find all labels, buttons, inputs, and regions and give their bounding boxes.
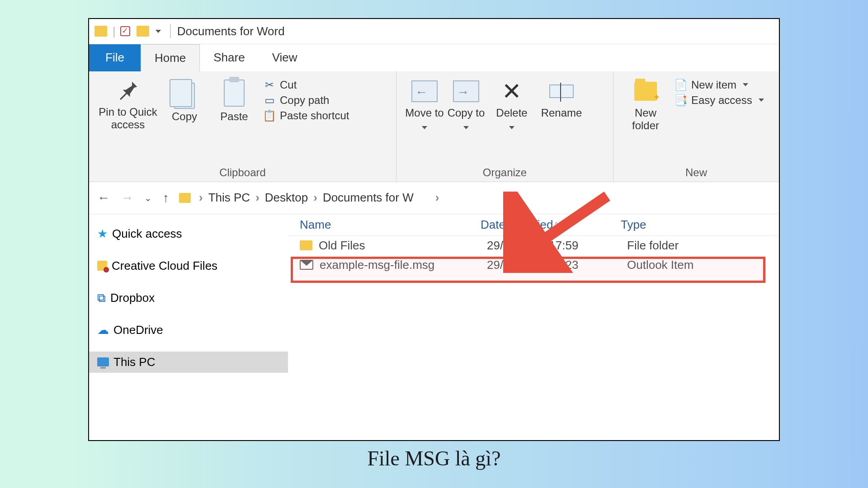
rename-icon (549, 79, 574, 104)
ribbon-group-clipboard: Pin to Quick access Copy Paste ✂Cut ▭Cop… (89, 71, 396, 182)
navigation-pane: ★Quick access Creative Cloud Files ⧉Drop… (89, 214, 288, 440)
folder-icon (300, 240, 312, 250)
nav-creative-cloud[interactable]: Creative Cloud Files (89, 255, 288, 277)
address-bar: ← → ⌄ ↑ › This PC › Desktop › Documents … (89, 182, 779, 214)
nav-back-icon[interactable]: ← (94, 191, 113, 205)
file-explorer-window: | Documents for Word File Home Share Vie… (88, 18, 780, 441)
annotation-highlight (291, 257, 765, 283)
nav-this-pc[interactable]: This PC (89, 352, 288, 373)
ribbon-group-organize: Move to Copy to ✕ Delete Rename Organize (396, 71, 613, 182)
file-type: File folder (627, 239, 779, 253)
breadcrumb-this-pc[interactable]: This PC (208, 191, 250, 205)
group-label-clipboard: Clipboard (96, 164, 389, 179)
folder-icon (94, 26, 107, 37)
cloud-icon: ☁ (97, 323, 109, 337)
nav-quick-access[interactable]: ★Quick access (89, 223, 288, 244)
copy-to-button[interactable]: Copy to (445, 76, 487, 133)
move-to-icon (411, 79, 438, 104)
chevron-right-icon[interactable]: › (435, 191, 439, 205)
column-type[interactable]: Type (621, 218, 779, 232)
window-title: Documents for Word (177, 24, 285, 38)
easy-access-icon: 📑 (675, 94, 687, 106)
qat-dropdown-icon[interactable] (156, 30, 161, 33)
rename-button[interactable]: Rename (537, 76, 586, 120)
column-headers: Name Date modified^ Type (288, 214, 779, 236)
caption-text: File MSG là gì? (367, 446, 500, 470)
paste-shortcut-button[interactable]: 📋Paste shortcut (264, 109, 349, 122)
pin-icon (116, 79, 140, 103)
checkmark-icon[interactable] (120, 26, 130, 36)
nav-onedrive[interactable]: ☁OneDrive (89, 319, 288, 341)
ribbon-tabs: File Home Share View (89, 44, 779, 71)
path-icon: ▭ (264, 94, 275, 106)
file-name: Old Files (319, 239, 487, 253)
file-date: 29/11/2020 17:59 (487, 239, 627, 253)
ribbon: Pin to Quick access Copy Paste ✂Cut ▭Cop… (89, 71, 779, 182)
copy-to-icon (453, 79, 479, 104)
dropbox-icon: ⧉ (97, 291, 106, 305)
cut-button[interactable]: ✂Cut (264, 79, 349, 91)
folder-icon (179, 193, 191, 203)
column-date[interactable]: Date modified^ (481, 218, 621, 232)
sort-caret-icon: ^ (555, 221, 558, 228)
tab-view[interactable]: View (259, 44, 311, 71)
chevron-right-icon[interactable]: › (255, 191, 259, 205)
nav-up-icon[interactable]: ↑ (159, 191, 173, 205)
nav-forward-icon: → (117, 191, 137, 205)
file-list: Name Date modified^ Type Old Files 29/11… (288, 214, 779, 440)
new-item-icon: 📄 (675, 79, 687, 91)
scissors-icon: ✂ (264, 79, 275, 91)
ribbon-group-new: New folder 📄New item 📑Easy access New (613, 71, 779, 182)
copy-path-button[interactable]: ▭Copy path (264, 94, 349, 107)
breadcrumb-desktop[interactable]: Desktop (265, 191, 308, 205)
creative-cloud-icon (97, 261, 107, 271)
pin-to-quick-access-button[interactable]: Pin to Quick access (96, 76, 160, 132)
tab-file[interactable]: File (89, 44, 141, 71)
folder-icon[interactable] (137, 26, 149, 37)
paste-icon (224, 79, 245, 108)
separator (170, 24, 171, 38)
titlebar: | Documents for Word (89, 19, 779, 44)
star-icon: ★ (97, 227, 108, 241)
nav-dropbox[interactable]: ⧉Dropbox (89, 287, 288, 309)
new-folder-button[interactable]: New folder (621, 76, 670, 133)
file-row-folder[interactable]: Old Files 29/11/2020 17:59 File folder (288, 236, 779, 255)
breadcrumb-current[interactable]: Documents for W (323, 191, 414, 205)
separator: | (113, 24, 116, 38)
tab-share[interactable]: Share (200, 44, 258, 71)
chevron-right-icon[interactable]: › (313, 191, 317, 205)
group-label-organize: Organize (404, 164, 606, 179)
copy-button[interactable]: Copy (160, 76, 209, 123)
tab-home[interactable]: Home (141, 44, 200, 71)
chevron-right-icon[interactable]: › (199, 191, 203, 205)
nav-history-dropdown-icon[interactable]: ⌄ (141, 192, 156, 203)
delete-x-icon: ✕ (502, 79, 522, 104)
move-to-button[interactable]: Move to (404, 76, 445, 133)
new-item-button[interactable]: 📄New item (675, 79, 764, 91)
easy-access-button[interactable]: 📑Easy access (675, 94, 764, 107)
new-folder-icon (634, 79, 657, 104)
group-label-new: New (621, 164, 772, 179)
column-name[interactable]: Name (300, 218, 481, 232)
paste-button[interactable]: Paste (209, 76, 259, 123)
shortcut-icon: 📋 (264, 110, 275, 122)
copy-icon (174, 79, 195, 108)
delete-button[interactable]: ✕ Delete (487, 76, 537, 133)
body: ★Quick access Creative Cloud Files ⧉Drop… (89, 214, 779, 440)
pc-icon (97, 357, 109, 366)
